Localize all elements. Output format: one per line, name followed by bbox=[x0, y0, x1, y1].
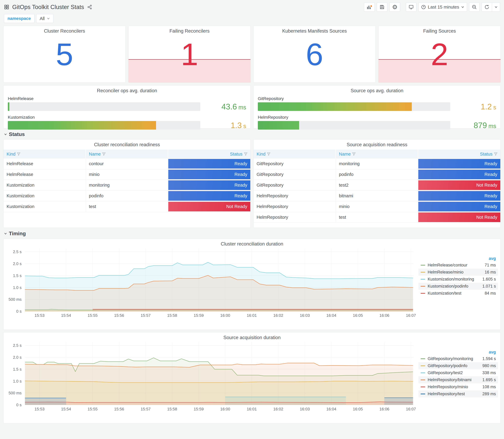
save-dashboard-button[interactable] bbox=[377, 2, 387, 12]
x-tick-label: 15:55 bbox=[88, 313, 98, 318]
legend-series-name[interactable]: Kustomization/podinfo bbox=[428, 284, 474, 289]
legend-series-name[interactable]: Kustomization/monitoring bbox=[428, 277, 474, 282]
legend-series-name[interactable]: HelmRelease/contour bbox=[428, 263, 474, 268]
panel-title[interactable]: Cluster reconciliation readiness bbox=[3, 139, 250, 149]
gauge-bar bbox=[258, 121, 299, 130]
cell-name: monitoring bbox=[86, 180, 168, 190]
x-tick-label: 16:02 bbox=[273, 313, 283, 318]
legend-series-avg: 338 ms bbox=[474, 370, 496, 375]
filter-icon[interactable] bbox=[267, 152, 270, 156]
section-header-status[interactable]: Status bbox=[4, 131, 500, 137]
stat-panel-kubernetes-manifests-sources: Kubernetes Manifests Sources6 bbox=[253, 26, 376, 83]
gauge-track bbox=[258, 102, 450, 111]
legend-series-name[interactable]: GitRepository/monitoring bbox=[428, 356, 474, 361]
filter-icon[interactable] bbox=[494, 152, 497, 156]
status-badge: Ready bbox=[168, 180, 250, 190]
panel-title[interactable]: Kubernetes Manifests Sources bbox=[254, 26, 375, 35]
panel-title[interactable]: Source acquisition duration bbox=[3, 332, 501, 341]
dashboard-grid-icon[interactable] bbox=[4, 4, 9, 10]
x-tick-label: 16:07 bbox=[406, 313, 416, 318]
cell-kind: GitRepository bbox=[254, 180, 336, 190]
tv-mode-button[interactable] bbox=[406, 2, 416, 12]
legend-series-name[interactable]: HelmRepository/minio bbox=[428, 385, 474, 389]
column-header-label: Name bbox=[89, 152, 101, 157]
add-panel-button[interactable] bbox=[364, 2, 375, 12]
column-header-name[interactable]: Name bbox=[336, 150, 418, 159]
legend-swatch bbox=[421, 272, 425, 273]
gauge-track bbox=[258, 121, 450, 130]
x-tick-label: 16:01 bbox=[247, 313, 257, 318]
gauge-row-gitrepository: GitRepository1.2s bbox=[258, 96, 496, 111]
filter-icon[interactable] bbox=[352, 152, 356, 156]
cell-kind: HelmRelease bbox=[3, 159, 86, 169]
variable-value-dropdown[interactable]: All bbox=[36, 14, 53, 23]
legend-avg-header[interactable]: avg bbox=[418, 349, 498, 355]
x-tick-label: 16:01 bbox=[247, 407, 257, 412]
legend-series-name[interactable]: GitRepository/podinfo bbox=[428, 364, 474, 368]
gauge-row-helmrepository: HelmRepository879ms bbox=[258, 115, 496, 130]
column-header-kind[interactable]: Kind bbox=[254, 150, 336, 159]
gauge-value-unit: ms bbox=[488, 123, 496, 129]
panel-title[interactable]: Source acquisition readiness bbox=[254, 139, 501, 149]
variables-row: namespace All bbox=[3, 12, 501, 26]
legend-item-gitrepository-podinfo: GitRepository/podinfo980 ms bbox=[418, 362, 498, 369]
table-row: HelmRepositorytestNot Ready bbox=[254, 212, 501, 223]
panel-title[interactable]: Cluster Reconcilers bbox=[3, 26, 125, 35]
chart-panel-cluster-reconciliation-duration: Cluster reconciliation duration0 s500 ms… bbox=[3, 239, 501, 330]
cell-kind: Kustomization bbox=[3, 180, 86, 190]
section-title: Status bbox=[9, 131, 25, 137]
filter-icon[interactable] bbox=[102, 152, 106, 156]
gauge-value-number: 1.2 bbox=[481, 102, 492, 111]
legend-series-avg: 1.695 s bbox=[474, 378, 496, 382]
panel-title[interactable]: Failing Reconcilers bbox=[129, 26, 250, 35]
table-row: GitRepositorytest2Not Ready bbox=[254, 180, 501, 191]
legend-series-name[interactable]: HelmRepository/bitnami bbox=[428, 378, 474, 382]
table-row: HelmReleasecontourReady bbox=[3, 159, 250, 169]
cell-name: monitoring bbox=[336, 159, 418, 169]
column-header-name[interactable]: Name bbox=[86, 150, 168, 159]
cell-status: Ready bbox=[418, 169, 501, 180]
dashboard-page: GitOps Toolkit Cluster Stats bbox=[0, 0, 504, 423]
panel-title[interactable]: Failing Sources bbox=[379, 26, 501, 35]
zoom-out-button[interactable] bbox=[469, 2, 479, 12]
table-row: GitRepositorymonitoringReady bbox=[254, 159, 501, 169]
legend-series-name[interactable]: Kustomization/test bbox=[428, 291, 474, 296]
filter-icon[interactable] bbox=[244, 152, 247, 156]
cell-kind: Kustomization bbox=[3, 191, 86, 201]
cell-kind: GitRepository bbox=[254, 169, 336, 180]
dashboard-settings-button[interactable]: ⚙ bbox=[389, 2, 400, 12]
panel-title[interactable]: Cluster reconciliation duration bbox=[3, 239, 501, 248]
gauge-row: Reconciler ops avg. durationHelmRelease4… bbox=[3, 85, 501, 128]
share-icon[interactable] bbox=[87, 5, 92, 10]
stat-panel-cluster-reconcilers: Cluster Reconcilers5 bbox=[3, 26, 126, 83]
gauge-bar bbox=[8, 121, 156, 130]
legend-swatch bbox=[421, 387, 425, 387]
column-header-status[interactable]: Status bbox=[168, 150, 250, 159]
legend-series-name[interactable]: HelmRelease/minio bbox=[428, 270, 474, 275]
filter-icon[interactable] bbox=[17, 152, 20, 156]
legend-series-name[interactable]: HelmRepository/test bbox=[428, 391, 474, 396]
x-tick-label: 16:06 bbox=[380, 313, 389, 318]
refresh-button[interactable] bbox=[482, 2, 492, 12]
x-tick-label: 16:00 bbox=[220, 313, 230, 318]
panel-title[interactable]: Source ops avg. duration bbox=[254, 85, 501, 95]
legend-series-avg: 1.594 s bbox=[474, 356, 496, 361]
column-header-status[interactable]: Status bbox=[418, 150, 501, 159]
table-row: KustomizationmonitoringReady bbox=[3, 180, 250, 191]
legend-avg-header[interactable]: avg bbox=[418, 256, 498, 262]
refresh-interval-dropdown[interactable] bbox=[492, 2, 500, 12]
column-header-kind[interactable]: Kind bbox=[3, 150, 86, 159]
legend-item-kustomization-podinfo: Kustomization/podinfo1.071 s bbox=[418, 283, 498, 290]
legend-swatch bbox=[421, 265, 425, 266]
time-range-picker[interactable]: Last 15 minutes bbox=[418, 2, 467, 12]
x-axis-labels: 15:5315:5415:5515:5615:5715:5815:5916:00… bbox=[25, 407, 414, 413]
panel-title[interactable]: Reconciler ops avg. duration bbox=[3, 85, 250, 95]
dashboard-title[interactable]: GitOps Toolkit Cluster Stats bbox=[12, 4, 84, 10]
section-header-timing[interactable]: Timing bbox=[4, 231, 500, 236]
legend-series-name[interactable]: GitRepository/test2 bbox=[428, 370, 474, 375]
legend-swatch bbox=[421, 394, 425, 394]
cell-name: test bbox=[86, 201, 168, 212]
cell-name: podinfo bbox=[336, 169, 418, 180]
gauge-value-number: 879 bbox=[474, 121, 487, 130]
x-tick-label: 16:02 bbox=[273, 407, 283, 412]
